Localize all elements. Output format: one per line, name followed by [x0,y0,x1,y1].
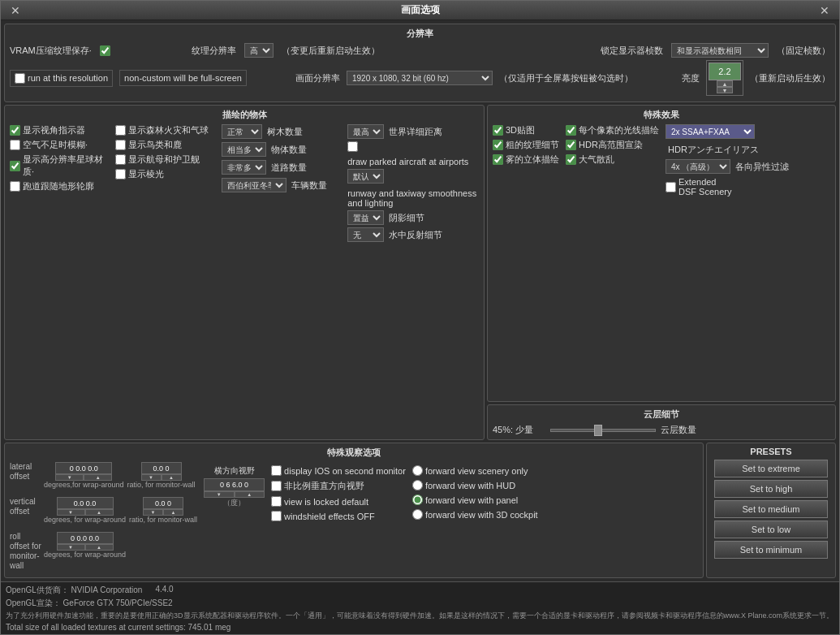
nonlinear-lbl[interactable]: 非比例垂直方向视野 [271,480,406,492]
show-lens-cb[interactable] [115,169,126,179]
right-sections: 特殊效果 3D贴图 粗的纹理细节 雾的立体描绘 每个像素的光线描绘 HDR高范围… [487,105,836,440]
roll-down[interactable]: ▼ [57,544,85,551]
lat-ratio-up[interactable]: ▲ [162,474,182,481]
show-fire-label[interactable]: 显示森林火灾和气球 [115,124,209,136]
nonlinear-cb[interactable] [271,481,282,491]
show-hires-cb[interactable] [10,161,20,171]
roll-up[interactable]: ▲ [85,544,114,551]
lateral-offset-degrees-input[interactable] [55,462,112,474]
view-locked-lbl[interactable]: view is locked default [271,496,406,507]
preset-low-button[interactable]: Set to low [714,521,828,538]
fwd-scenery-radio[interactable] [412,465,423,476]
fwd-3d-radio[interactable] [412,509,423,520]
cloud3d-lbl[interactable]: 雾的立体描绘 [493,153,559,166]
vert-ratio-down[interactable]: ▼ [143,509,163,516]
tree-density-select[interactable]: 正常多少 [222,124,262,139]
close-button-right[interactable]: ✕ [816,4,833,17]
lat-ratio-down[interactable]: ▼ [141,474,162,481]
horiz-view-input[interactable] [204,478,265,491]
roll-offset-input[interactable] [57,532,114,544]
water-select[interactable]: 无 [347,227,384,242]
cloud3d-cb[interactable] [493,154,503,165]
preset-medium-button[interactable]: Set to medium [714,500,828,518]
fwd-hud-radio[interactable] [412,480,423,490]
3d-tex-lbl[interactable]: 3D贴图 [493,124,535,136]
ext-dsf-cb[interactable] [666,182,676,192]
show-fire-cb[interactable] [115,125,126,136]
draw-parked-cb[interactable] [347,141,358,152]
road-density-select[interactable]: 非常多多 [222,160,266,175]
runway-smooth-select[interactable]: 默认 [347,169,384,184]
rough-lbl[interactable]: 粗的纹理细节 [493,139,559,151]
show-runway-cb[interactable] [10,181,20,192]
show-lens-label[interactable]: 显示棱光 [115,168,164,180]
display-ios-lbl[interactable]: display IOS on second monitor [271,465,406,476]
hdr-lbl[interactable]: HDR高范围宣染 [566,139,643,151]
view-radio-group: forward view scenery only forward view w… [412,465,538,520]
show-adi-cb[interactable] [10,125,20,136]
rough-cb[interactable] [493,140,503,150]
show-carrier-label[interactable]: 显示航母和护卫舰 [115,153,200,166]
car-density-select[interactable]: 西伯利亚冬季 [222,178,286,192]
af-select[interactable]: 4x （高级） [666,159,730,174]
texture-res-select[interactable]: 高 中 低 [244,43,274,58]
vertical-offset-ratio-input[interactable] [143,497,183,509]
lateral-offset-ratio-input[interactable] [141,462,182,474]
run-at-checkbox[interactable] [15,73,25,84]
preset-extreme-button[interactable]: Set to extreme [714,460,828,477]
turb-cb[interactable] [566,154,576,165]
world-detail-select[interactable]: 最高 [347,124,384,139]
cloud-slider[interactable] [550,429,656,432]
fwd-scenery-lbl[interactable]: forward view scenery only [412,465,538,476]
show-hires-label[interactable]: 显示高分辨率星球材质· [10,153,110,178]
shadow-select[interactable]: 置益 [347,210,384,225]
opengl-version-group: 4.4.0 [155,585,173,596]
obj-density-select[interactable]: 相当多正常 [222,142,266,157]
vertical-offset-degrees-input[interactable] [57,497,114,509]
view-locked-cb[interactable] [271,496,282,507]
lateral-offset-degrees-down[interactable]: ▼ [55,474,84,481]
brightness-input[interactable] [709,63,741,80]
horiz-down[interactable]: ▼ [204,491,235,498]
preset-high-button[interactable]: Set to high [714,480,828,498]
vert-ratio-up[interactable]: ▲ [163,509,183,516]
windshield-cb[interactable] [271,511,282,521]
per-pixel-cb[interactable] [566,125,576,136]
vert-deg-down[interactable]: ▼ [57,509,85,516]
windshield-lbl[interactable]: windshield effects OFF [271,511,406,521]
fwd-hud-lbl[interactable]: forward view with HUD [412,480,538,490]
ext-dsf-lbl[interactable]: ExtendedDSF Scenery [666,177,731,197]
show-birds-cb[interactable] [115,140,126,150]
hdr-cb[interactable] [566,140,576,150]
lateral-offset-degrees-up[interactable]: ▲ [84,474,112,481]
show-adi-label[interactable]: 显示视角指示器 [10,124,85,136]
fwd-panel-lbl[interactable]: forward view with panel [412,495,538,505]
offset-controls: lateral offset ▼ ▲ degrees,for wrap-arou… [10,462,197,574]
fwd-panel-radio[interactable] [412,495,423,505]
aa-select[interactable]: 2x SSAA+FXAA 4x SSAA [666,124,755,139]
per-pixel-lbl[interactable]: 每个像素的光线描绘 [566,124,659,136]
lock-monitor-select[interactable]: 和显示器桢数相同 固定桢数 [671,43,769,58]
opengl-vendor-value: NVIDIA Corporation [71,585,143,594]
turb-lbl[interactable]: 大气散乱 [566,153,614,166]
texture-res-note: （变更后重新启动生效） [282,45,380,57]
display-ios-cb[interactable] [271,465,282,476]
brightness-up[interactable]: ▲ [717,80,733,87]
show-weather-cb[interactable] [10,140,20,150]
vram-checkbox[interactable] [100,45,110,56]
3d-tex-cb[interactable] [493,125,503,136]
show-runway-label[interactable]: 跑道跟随地形轮廓 [10,180,94,192]
vert-deg-up[interactable]: ▲ [85,509,114,516]
screen-res-select[interactable]: 1920 x 1080, 32 bit (60 hz) [347,71,493,85]
show-birds-label[interactable]: 显示鸟类和鹿 [115,139,182,151]
brightness-down[interactable]: ▼ [717,87,733,93]
special-view-title: 特殊观察选项 [10,447,698,459]
show-carrier-cb[interactable] [115,154,126,165]
show-weather-label[interactable]: 空气不足时模糊· [10,139,88,151]
close-button-left[interactable]: ✕ [7,4,24,17]
effects-title: 特殊效果 [493,109,830,121]
preset-minimum-button[interactable]: Set to minimum [714,541,828,559]
fwd-3d-lbl[interactable]: forward view with 3D cockpit [412,509,538,520]
lat-deg-label: degrees,for wrap-around [44,481,124,489]
horiz-up[interactable]: ▲ [235,491,265,498]
